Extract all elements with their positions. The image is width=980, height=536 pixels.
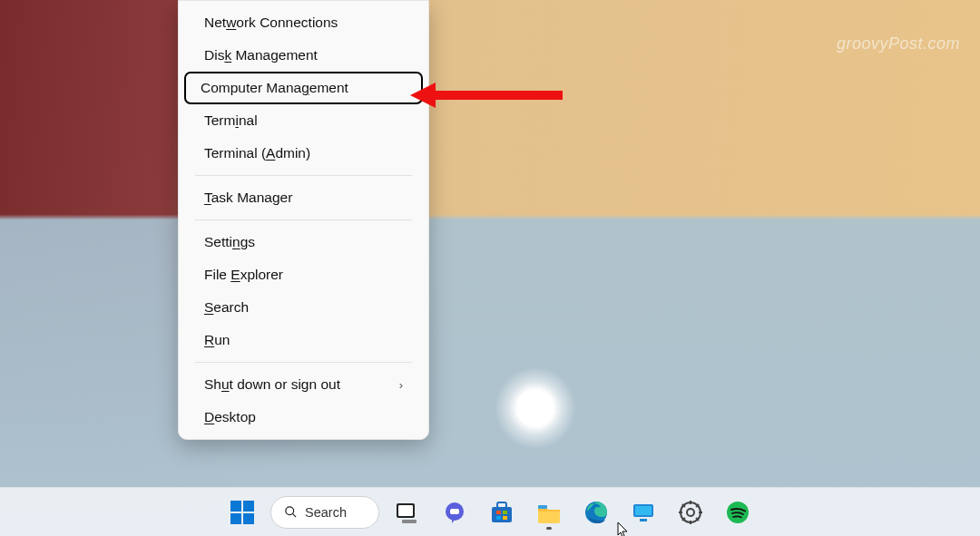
- folder-icon: [536, 500, 562, 525]
- menu-item-label: Shut down or sign out: [204, 376, 340, 393]
- menu-item-settings[interactable]: Settings: [188, 226, 419, 258]
- menu-item-label: Terminal (Admin): [204, 145, 310, 161]
- menu-item-label: Network Connections: [204, 15, 338, 31]
- chevron-right-icon: ›: [399, 378, 403, 392]
- annotation-arrow: [410, 84, 564, 106]
- svg-rect-7: [398, 505, 413, 516]
- menu-item-terminal-admin[interactable]: Terminal (Admin): [188, 137, 419, 170]
- watermark-text: groovyPost.com: [837, 34, 960, 54]
- menu-item-label: Disk Management: [204, 47, 318, 63]
- menu-item-shutdown-signout[interactable]: Shut down or sign out ›: [188, 368, 419, 401]
- svg-rect-8: [402, 520, 416, 523]
- menu-item-run[interactable]: Run: [188, 324, 419, 356]
- menu-item-desktop[interactable]: Desktop: [188, 401, 419, 434]
- svg-rect-14: [503, 511, 507, 514]
- chat-icon: [442, 500, 467, 525]
- menu-item-network-connections[interactable]: Network Connections: [188, 6, 419, 39]
- taskbar-file-explorer[interactable]: [530, 493, 568, 531]
- spotify-icon: [725, 500, 750, 525]
- svg-rect-15: [496, 516, 501, 520]
- start-button[interactable]: [223, 493, 261, 531]
- menu-item-label: Desktop: [204, 409, 256, 425]
- menu-item-file-explorer[interactable]: File Explorer: [188, 258, 419, 291]
- svg-rect-21: [640, 519, 647, 521]
- desktop-wallpaper: [0, 0, 980, 536]
- menu-item-label: Run: [204, 332, 230, 348]
- menu-item-label: Search: [204, 299, 249, 316]
- svg-rect-17: [538, 505, 547, 509]
- svg-rect-12: [497, 502, 506, 508]
- svg-rect-16: [503, 516, 507, 520]
- taskbar-edge[interactable]: [577, 493, 615, 531]
- search-icon: [284, 505, 298, 519]
- menu-item-computer-management[interactable]: Computer Management: [184, 72, 423, 104]
- svg-rect-10: [450, 509, 459, 514]
- svg-rect-1: [243, 501, 254, 512]
- menu-item-task-manager[interactable]: Task Manager: [188, 181, 419, 214]
- taskbar: Search: [0, 487, 980, 536]
- taskbar-task-view[interactable]: [388, 493, 426, 531]
- svg-rect-20: [635, 506, 652, 515]
- edge-icon: [583, 500, 609, 525]
- menu-separator: [195, 362, 412, 363]
- gear-icon: [678, 500, 703, 525]
- menu-separator: [195, 219, 412, 220]
- taskbar-app-generic[interactable]: [624, 493, 662, 531]
- store-icon: [489, 500, 514, 525]
- winx-context-menu: Network Connections Disk Management Comp…: [178, 0, 429, 440]
- menu-item-label: Settings: [204, 234, 255, 250]
- mouse-cursor-icon: [617, 521, 630, 536]
- svg-rect-2: [230, 513, 241, 524]
- taskbar-chat[interactable]: [436, 493, 474, 531]
- menu-item-search[interactable]: Search: [188, 291, 419, 324]
- svg-rect-3: [243, 513, 254, 524]
- menu-item-label: File Explorer: [204, 267, 283, 283]
- menu-item-terminal[interactable]: Terminal: [188, 104, 419, 137]
- menu-item-label: Terminal: [204, 112, 258, 129]
- taskbar-settings[interactable]: [671, 493, 710, 531]
- svg-point-23: [687, 509, 694, 516]
- svg-rect-13: [496, 511, 501, 514]
- taskbar-spotify[interactable]: [719, 493, 757, 531]
- svg-rect-11: [492, 507, 512, 522]
- menu-item-label: Computer Management: [201, 80, 348, 96]
- menu-separator: [195, 175, 412, 176]
- menu-item-label: Task Manager: [204, 190, 292, 206]
- svg-rect-0: [230, 501, 241, 512]
- taskbar-search[interactable]: Search: [270, 496, 379, 529]
- task-view-icon: [395, 500, 420, 525]
- svg-point-4: [286, 507, 294, 515]
- svg-line-5: [292, 513, 296, 517]
- menu-item-disk-management[interactable]: Disk Management: [188, 39, 419, 72]
- monitor-icon: [631, 500, 656, 525]
- search-label: Search: [305, 505, 347, 520]
- windows-logo-icon: [230, 500, 255, 525]
- taskbar-microsoft-store[interactable]: [483, 493, 521, 531]
